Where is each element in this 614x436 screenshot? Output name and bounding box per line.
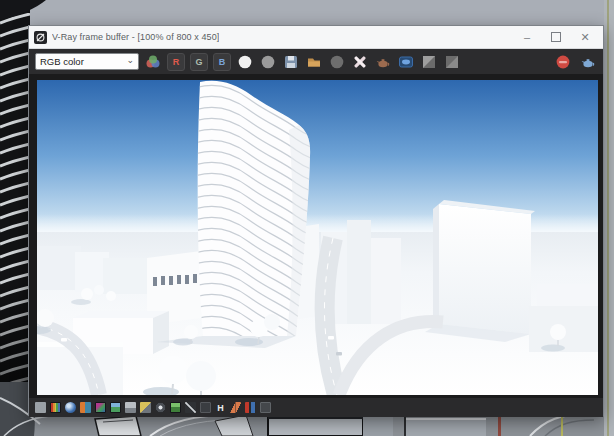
green-image-icon[interactable] <box>170 402 181 413</box>
mountain-icon[interactable] <box>125 402 136 413</box>
bowtie-compare-icon[interactable] <box>230 402 241 413</box>
aperture-icon[interactable] <box>155 402 166 413</box>
render-frame <box>29 74 603 398</box>
titlebar[interactable]: V-Ray frame buffer - [100% of 800 x 450]… <box>29 26 603 49</box>
rgb-channels-icon[interactable] <box>144 53 162 71</box>
red-channel-label: R <box>173 57 180 67</box>
wireframe-tower-left <box>0 0 30 392</box>
green-channel-label: G <box>195 57 202 67</box>
vfb-toolbar: RGB color ⌄ R G B <box>29 49 603 74</box>
vray-frame-buffer-window: V-Ray frame buffer - [100% of 800 x 450]… <box>28 25 604 416</box>
compare-horizontal-icon[interactable] <box>420 53 438 71</box>
clear-image-icon[interactable] <box>328 53 346 71</box>
end-panel-icon[interactable] <box>260 402 271 413</box>
compare-vertical-icon[interactable] <box>443 53 461 71</box>
max-framebuffer-icon[interactable] <box>351 53 369 71</box>
rendered-image[interactable] <box>37 80 598 395</box>
curve-icon[interactable] <box>185 402 196 413</box>
stop-render-icon[interactable] <box>554 53 572 71</box>
red-channel-button[interactable]: R <box>167 53 185 71</box>
channel-dropdown[interactable]: RGB color ⌄ <box>35 53 139 70</box>
diagonal-swatch-icon[interactable] <box>140 402 151 413</box>
vfb-bottom-toolbar: H <box>29 398 603 417</box>
window-title: V-Ray frame buffer - [100% of 800 x 450] <box>52 32 219 42</box>
track-mouse-teapot-icon[interactable] <box>374 53 392 71</box>
viewport-right-strip <box>604 0 614 436</box>
blue-channel-label: B <box>219 57 226 67</box>
vray-logo-icon <box>34 31 47 44</box>
background-image-icon[interactable] <box>110 402 121 413</box>
alpha-channel-icon[interactable] <box>236 53 254 71</box>
load-image-folder-icon[interactable] <box>305 53 323 71</box>
save-image-icon[interactable] <box>282 53 300 71</box>
maximize-icon <box>551 32 561 42</box>
color-correction-icon[interactable] <box>95 402 106 413</box>
corrections-square-icon[interactable] <box>35 402 46 413</box>
history-letter-icon[interactable]: H <box>215 402 226 413</box>
exposure-split-icon[interactable] <box>80 402 91 413</box>
blue-channel-button[interactable]: B <box>213 53 231 71</box>
histogram-icon[interactable] <box>50 402 61 413</box>
globe-icon[interactable] <box>65 402 76 413</box>
lut-panel-icon[interactable] <box>200 402 211 413</box>
green-channel-button[interactable]: G <box>190 53 208 71</box>
render-last-teapot-icon[interactable] <box>579 53 597 71</box>
monochrome-icon[interactable] <box>259 53 277 71</box>
stereo-bars-icon[interactable] <box>245 402 256 413</box>
region-render-icon[interactable] <box>397 53 415 71</box>
minimize-button[interactable]: – <box>517 29 537 45</box>
channel-dropdown-value: RGB color <box>40 56 126 67</box>
right-low-buildings <box>529 284 598 352</box>
close-button[interactable]: ✕ <box>575 29 595 45</box>
maximize-button[interactable] <box>546 29 566 45</box>
